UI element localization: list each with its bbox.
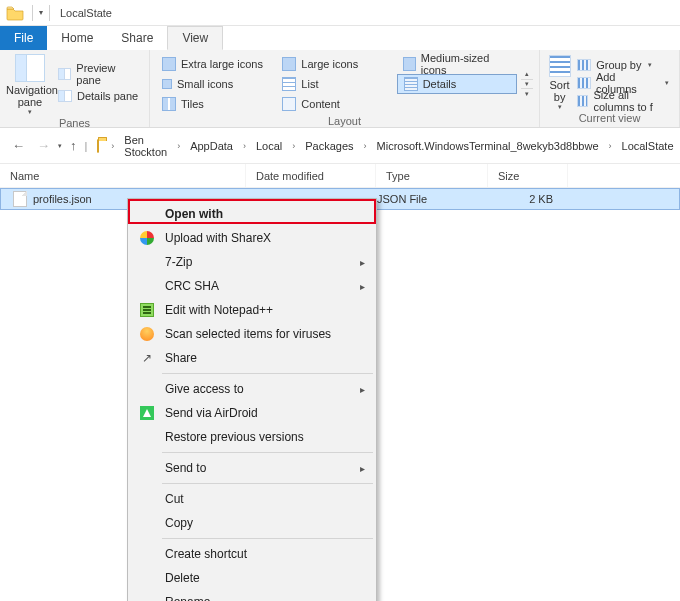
details-pane-icon — [58, 90, 72, 102]
tiles-icon — [162, 97, 176, 111]
ctx-open-with[interactable]: Open with — [131, 202, 373, 226]
crumb[interactable]: Local — [254, 140, 284, 152]
details-pane-button[interactable]: Details pane — [54, 85, 143, 107]
tab-file[interactable]: File — [0, 26, 47, 50]
chevron-right-icon[interactable]: › — [239, 141, 250, 151]
scroll-up-icon[interactable]: ▴ — [521, 69, 533, 79]
separator — [162, 483, 373, 484]
window-title: LocalState — [60, 7, 112, 19]
crumb[interactable]: AppData — [188, 140, 235, 152]
crumb[interactable]: Microsoft.WindowsTerminal_8wekyb3d8bbwe — [375, 140, 601, 152]
folder-icon — [97, 139, 99, 153]
chevron-right-icon: ▸ — [360, 281, 365, 292]
layout-list[interactable]: List — [276, 74, 396, 94]
chevron-right-icon: ▸ — [360, 384, 365, 395]
xl-icons-icon — [162, 57, 176, 71]
ctx-upload-sharex[interactable]: Upload with ShareX — [131, 226, 373, 250]
preview-pane-button[interactable]: Preview pane — [54, 63, 143, 85]
navigation-pane-icon — [15, 54, 45, 82]
crumb[interactable]: LocalState — [620, 140, 676, 152]
ctx-send-airdroid[interactable]: Send via AirDroid — [131, 401, 373, 425]
notepadpp-icon — [140, 303, 154, 317]
chevron-down-icon: ▾ — [665, 79, 669, 87]
folder-icon — [6, 4, 24, 22]
small-icons-icon — [162, 79, 172, 89]
chevron-down-icon: ▾ — [648, 61, 652, 69]
ctx-crc-sha[interactable]: CRC SHA▸ — [131, 274, 373, 298]
ctx-cut[interactable]: Cut — [131, 487, 373, 511]
content-icon — [282, 97, 296, 111]
ctx-restore-previous[interactable]: Restore previous versions — [131, 425, 373, 449]
ctx-scan-viruses[interactable]: Scan selected items for viruses — [131, 322, 373, 346]
column-header-type[interactable]: Type — [376, 164, 488, 187]
ribbon-group-current-view: Sort by ▾ Group by▾ Add columns▾ Size al… — [540, 50, 680, 127]
chevron-right-icon[interactable]: › — [107, 141, 118, 151]
chevron-right-icon[interactable]: › — [173, 141, 184, 151]
layout-content[interactable]: Content — [276, 94, 396, 114]
tab-home[interactable]: Home — [47, 26, 107, 50]
ctx-create-shortcut[interactable]: Create shortcut — [131, 542, 373, 566]
chevron-down-icon: ▾ — [546, 103, 573, 111]
ribbon: Navigation pane ▾ Preview pane Details p… — [0, 50, 680, 128]
forward-button[interactable]: → — [33, 138, 54, 153]
sort-by-button[interactable]: Sort by ▾ — [546, 55, 573, 111]
group-label-layout: Layout — [150, 114, 539, 130]
large-icons-icon — [282, 57, 296, 71]
antivirus-icon — [140, 327, 154, 341]
layout-details[interactable]: Details — [397, 74, 517, 94]
layout-small-icons[interactable]: Small icons — [156, 74, 276, 94]
up-button[interactable]: ↑ — [66, 138, 81, 153]
back-button[interactable]: ← — [8, 138, 29, 153]
layout-large-icons[interactable]: Large icons — [276, 54, 396, 74]
group-label-panes: Panes — [0, 116, 149, 132]
history-dropdown-icon[interactable]: ▾ — [58, 142, 62, 150]
size-all-columns-button[interactable]: Size all columns to f — [573, 92, 673, 110]
size-columns-icon — [577, 95, 588, 107]
crumb[interactable]: Ben Stockton — [122, 134, 169, 158]
chevron-right-icon[interactable]: › — [605, 141, 616, 151]
ctx-share[interactable]: ↗Share — [131, 346, 373, 370]
context-menu: Open with Upload with ShareX 7-Zip▸ CRC … — [127, 198, 377, 601]
title-bar: ▾ LocalState — [0, 0, 680, 26]
chevron-right-icon[interactable]: › — [288, 141, 299, 151]
sharex-icon — [140, 231, 154, 245]
crumb[interactable]: Packages — [303, 140, 355, 152]
list-icon — [282, 77, 296, 91]
column-header-date[interactable]: Date modified — [246, 164, 376, 187]
expand-icon[interactable]: ▾ — [521, 89, 533, 99]
ctx-send-to[interactable]: Send to▸ — [131, 456, 373, 480]
separator — [162, 452, 373, 453]
ribbon-group-panes: Navigation pane ▾ Preview pane Details p… — [0, 50, 150, 127]
layout-scroll: ▴ ▾ ▾ — [521, 69, 533, 99]
breadcrumb-bar: ← → ▾ ↑ | › Ben Stockton› AppData› Local… — [0, 128, 680, 164]
layout-tiles[interactable]: Tiles — [156, 94, 276, 114]
column-header-size[interactable]: Size — [488, 164, 568, 187]
qa-dropdown-icon[interactable]: ▾ — [39, 8, 43, 17]
chevron-right-icon[interactable]: › — [360, 141, 371, 151]
quick-access-toolbar: ▾ — [28, 5, 43, 21]
ctx-copy[interactable]: Copy — [131, 511, 373, 535]
file-name: profiles.json — [33, 193, 92, 205]
tab-view[interactable]: View — [167, 26, 223, 50]
file-icon — [13, 191, 27, 207]
navigation-pane-button[interactable]: Navigation pane ▾ — [6, 54, 54, 116]
layout-extra-large-icons[interactable]: Extra large icons — [156, 54, 276, 74]
layout-medium-icons[interactable]: Medium-sized icons — [397, 54, 517, 74]
ctx-delete[interactable]: Delete — [131, 566, 373, 590]
scroll-down-icon[interactable]: ▾ — [521, 79, 533, 89]
share-icon: ↗ — [140, 351, 154, 365]
column-header-name[interactable]: Name — [0, 164, 246, 187]
medium-icons-icon — [403, 57, 416, 71]
separator — [162, 538, 373, 539]
separator — [162, 373, 373, 374]
airdroid-icon — [140, 406, 154, 420]
add-columns-icon — [577, 77, 591, 89]
tab-share[interactable]: Share — [107, 26, 167, 50]
ribbon-tabs: File Home Share View — [0, 26, 680, 50]
ctx-rename[interactable]: Rename — [131, 590, 373, 601]
ctx-edit-npp[interactable]: Edit with Notepad++ — [131, 298, 373, 322]
preview-pane-icon — [58, 68, 71, 80]
ctx-7zip[interactable]: 7-Zip▸ — [131, 250, 373, 274]
ctx-give-access-to[interactable]: Give access to▸ — [131, 377, 373, 401]
file-size: 2 KB — [489, 193, 569, 205]
